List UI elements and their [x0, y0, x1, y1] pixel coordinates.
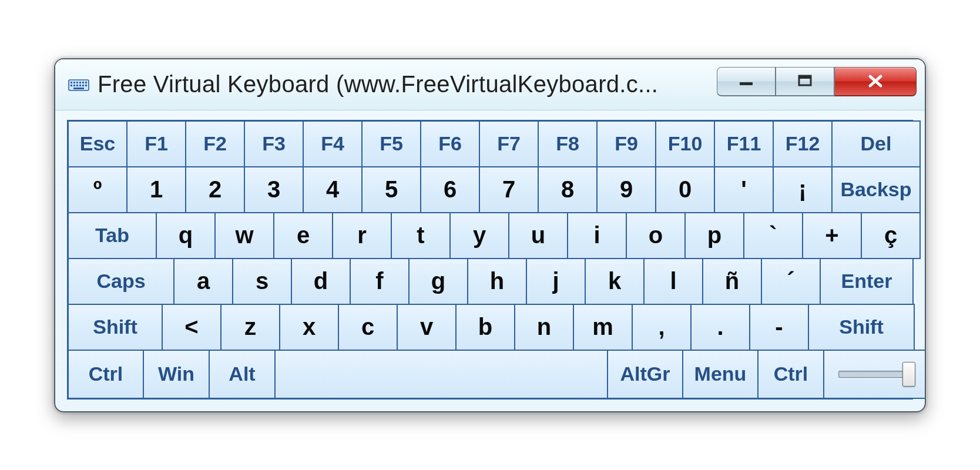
key-altgr[interactable]: AltGr — [607, 350, 683, 399]
key-w[interactable]: w — [214, 212, 274, 259]
key-p[interactable]: p — [684, 212, 744, 259]
key-tab[interactable]: Tab — [68, 212, 157, 259]
key-9[interactable]: 9 — [596, 166, 656, 213]
key-m[interactable]: m — [573, 304, 633, 351]
key-6[interactable]: 6 — [420, 166, 480, 213]
key-grave[interactable]: ` — [743, 212, 803, 259]
keyboard-app-icon — [68, 76, 89, 93]
key-2[interactable]: 2 — [185, 166, 245, 213]
key-j[interactable]: j — [526, 258, 586, 305]
key-esc[interactable]: Esc — [68, 120, 127, 167]
key-row-qwerty: Tab q w e r t y u i o p ` + ç — [68, 213, 912, 258]
key-menu[interactable]: Menu — [682, 350, 759, 399]
key-f[interactable]: f — [350, 258, 410, 305]
key-8[interactable]: 8 — [538, 166, 598, 213]
key-f8[interactable]: F8 — [538, 120, 598, 167]
key-l[interactable]: l — [643, 258, 703, 305]
slider-thumb-icon[interactable] — [902, 362, 915, 387]
key-f9[interactable]: F9 — [596, 120, 656, 167]
key-3[interactable]: 3 — [244, 166, 304, 213]
key-alt-left[interactable]: Alt — [209, 350, 276, 399]
window-title: Free Virtual Keyboard (www.FreeVirtualKe… — [98, 71, 709, 98]
key-z[interactable]: z — [220, 304, 280, 351]
key-h[interactable]: h — [467, 258, 527, 305]
key-4[interactable]: 4 — [303, 166, 363, 213]
svg-rect-10 — [79, 85, 81, 86]
svg-rect-7 — [71, 85, 72, 86]
key-row-numbers: º 1 2 3 4 5 6 7 8 9 0 ' ¡ Backsp — [68, 167, 912, 213]
svg-rect-5 — [82, 82, 84, 83]
transparency-slider[interactable] — [838, 371, 912, 378]
key-f12[interactable]: F12 — [773, 120, 833, 167]
key-q[interactable]: q — [156, 212, 216, 259]
key-backspace[interactable]: Backsp — [831, 166, 921, 213]
key-c[interactable]: c — [338, 304, 398, 351]
key-k[interactable]: k — [585, 258, 645, 305]
key-y[interactable]: y — [449, 212, 509, 259]
key-f5[interactable]: F5 — [361, 120, 421, 167]
key-period[interactable]: . — [690, 304, 750, 351]
key-g[interactable]: g — [408, 258, 468, 305]
svg-rect-14 — [740, 82, 753, 85]
key-o[interactable]: o — [626, 212, 686, 259]
titlebar[interactable]: Free Virtual Keyboard (www.FreeVirtualKe… — [55, 59, 925, 110]
key-x[interactable]: x — [279, 304, 339, 351]
key-lessthan[interactable]: < — [162, 304, 221, 351]
key-n[interactable]: n — [514, 304, 574, 351]
key-u[interactable]: u — [508, 212, 568, 259]
key-7[interactable]: 7 — [479, 166, 539, 213]
key-b[interactable]: b — [455, 304, 515, 351]
svg-rect-16 — [799, 76, 811, 79]
client-area: Esc F1 F2 F3 F4 F5 F6 F7 F8 F9 F10 F11 F… — [55, 110, 925, 411]
key-5[interactable]: 5 — [361, 166, 421, 213]
close-icon — [864, 73, 887, 89]
key-ctrl-left[interactable]: Ctrl — [68, 350, 144, 399]
key-f4[interactable]: F4 — [303, 120, 363, 167]
key-inverted-exclamation[interactable]: ¡ — [773, 166, 833, 213]
transparency-slider-cell — [823, 350, 926, 399]
key-e[interactable]: e — [273, 212, 333, 259]
key-0[interactable]: 0 — [655, 166, 715, 213]
maximize-button[interactable] — [776, 67, 834, 96]
key-f6[interactable]: F6 — [420, 120, 480, 167]
key-delete[interactable]: Del — [831, 120, 921, 167]
key-plus[interactable]: + — [802, 212, 862, 259]
minimize-button[interactable] — [717, 67, 776, 96]
key-apostrophe[interactable]: ' — [714, 166, 774, 213]
key-shift-right[interactable]: Shift — [808, 304, 915, 351]
key-win[interactable]: Win — [143, 350, 210, 399]
key-i[interactable]: i — [567, 212, 627, 259]
close-button[interactable] — [834, 67, 917, 96]
key-a[interactable]: a — [173, 258, 233, 305]
key-d[interactable]: d — [291, 258, 351, 305]
key-ordinal[interactable]: º — [68, 166, 127, 213]
key-space[interactable] — [274, 350, 608, 399]
key-v[interactable]: v — [397, 304, 457, 351]
key-acute[interactable]: ´ — [761, 258, 821, 305]
key-s[interactable]: s — [232, 258, 292, 305]
key-f11[interactable]: F11 — [714, 120, 774, 167]
key-f2[interactable]: F2 — [185, 120, 245, 167]
key-row-home: Caps a s d f g h j k l ñ ´ Enter — [68, 258, 912, 304]
key-capslock[interactable]: Caps — [68, 258, 174, 305]
maximize-icon — [795, 74, 815, 88]
key-r[interactable]: r — [332, 212, 392, 259]
key-shift-left[interactable]: Shift — [68, 304, 163, 351]
key-f10[interactable]: F10 — [655, 120, 715, 167]
svg-rect-12 — [85, 85, 87, 86]
window-caption-buttons — [717, 65, 917, 98]
key-t[interactable]: t — [391, 212, 451, 259]
key-ntilde[interactable]: ñ — [702, 258, 762, 305]
svg-rect-8 — [73, 85, 75, 86]
key-ccedilla[interactable]: ç — [861, 212, 921, 259]
minimize-icon — [736, 75, 756, 87]
key-f7[interactable]: F7 — [479, 120, 539, 167]
key-f1[interactable]: F1 — [126, 120, 186, 167]
key-f3[interactable]: F3 — [244, 120, 304, 167]
key-1[interactable]: 1 — [126, 166, 186, 213]
key-ctrl-right[interactable]: Ctrl — [757, 350, 824, 399]
app-window: Free Virtual Keyboard (www.FreeVirtualKe… — [54, 58, 926, 412]
key-comma[interactable]: , — [632, 304, 692, 351]
key-enter[interactable]: Enter — [820, 258, 914, 305]
key-minus[interactable]: - — [749, 304, 809, 351]
